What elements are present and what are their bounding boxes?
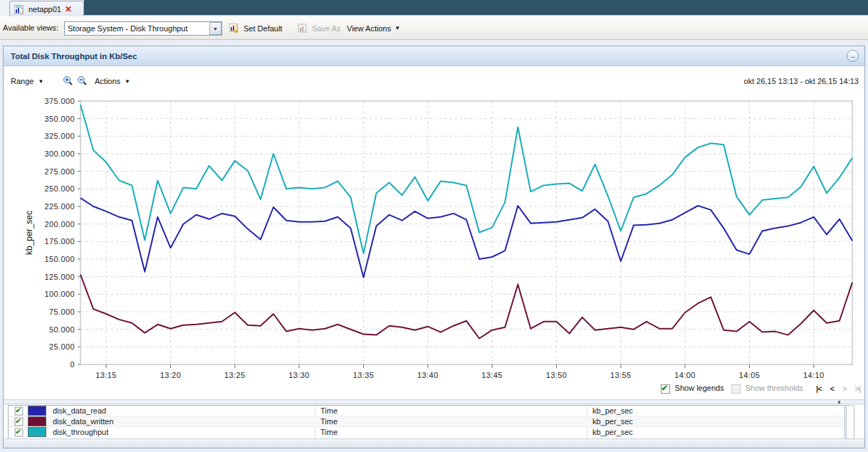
chart-tab-icon [14, 4, 25, 14]
series-x-axis: Time [320, 417, 338, 426]
svg-text:13:15: 13:15 [95, 371, 117, 379]
series-x-axis: Time [320, 406, 338, 415]
view-select-dropdown-button[interactable]: ▼ [209, 22, 221, 35]
svg-text:375.000: 375.000 [44, 97, 75, 105]
next-page-icon[interactable]: > [842, 384, 846, 393]
set-default-label: Set Default [244, 24, 282, 33]
svg-text:kb_per_sec: kb_per_sec [24, 211, 34, 255]
pagination-controls: |< < > >| [816, 384, 860, 393]
svg-text:300.000: 300.000 [44, 149, 75, 158]
svg-text:0: 0 [70, 360, 75, 369]
legend-row-disk-data-read[interactable]: disk_data_read Time kb_per_sec [9, 406, 845, 416]
show-thresholds-label: Show thresholds [746, 384, 803, 392]
series-color-swatch [28, 406, 46, 416]
series-visibility-checkbox[interactable] [15, 429, 23, 437]
zoom-in-icon [62, 75, 73, 87]
view-actions-label: View Actions [347, 24, 391, 33]
series-visibility-checkbox[interactable] [15, 418, 23, 426]
series-color-swatch [28, 416, 46, 426]
legend-table: disk_data_read Time kb_per_sec disk_data… [8, 405, 845, 439]
panel-footer [4, 438, 864, 448]
tab-close-icon[interactable]: ✕ [65, 5, 72, 14]
zoom-out-button[interactable] [76, 72, 88, 90]
time-range-label: okt 26,15 13:13 - okt 26,15 14:13 [744, 72, 859, 90]
legend-controls: Show legends Show thresholds |< < > >| [661, 381, 860, 396]
svg-text:13:30: 13:30 [288, 371, 310, 379]
throughput-panel: Total Disk Throughput in Kb/Sec → Range … [3, 46, 865, 448]
series-y-axis: kb_per_sec [592, 428, 633, 436]
svg-text:325.000: 325.000 [44, 132, 75, 140]
show-legends-checkbox[interactable] [661, 384, 670, 394]
svg-text:175.000: 175.000 [44, 237, 75, 246]
tab-bar: netapp01 ✕ [0, 0, 868, 16]
available-views-label: Available views: [3, 16, 58, 40]
chart-legend-splitter[interactable] [4, 399, 864, 404]
svg-text:100.000: 100.000 [44, 290, 75, 298]
svg-text:13:50: 13:50 [546, 371, 568, 379]
svg-text:50.000: 50.000 [49, 325, 75, 334]
save-as-label: Save As [312, 24, 340, 33]
series-y-axis: kb_per_sec [592, 406, 633, 415]
svg-text:275.000: 275.000 [44, 167, 75, 176]
series-y-axis: kb_per_sec [592, 417, 633, 426]
svg-text:200.000: 200.000 [44, 220, 75, 228]
series-color-swatch [28, 427, 46, 437]
svg-text:13:40: 13:40 [417, 371, 439, 379]
panel-link-arrow-icon[interactable]: → [847, 50, 859, 62]
legend-table-scrollbar[interactable] [846, 405, 854, 439]
svg-text:13:45: 13:45 [481, 371, 503, 379]
series-name: disk_throughput [53, 428, 108, 436]
save-as-button[interactable]: α Save As [298, 16, 340, 40]
legend-row-disk-data-written[interactable]: disk_data_written Time kb_per_sec [9, 416, 845, 427]
first-page-icon[interactable]: |< [816, 384, 822, 393]
zoom-in-button[interactable] [62, 72, 73, 90]
svg-text:250.000: 250.000 [44, 184, 75, 193]
splitter-handle[interactable] [838, 401, 840, 404]
series-visibility-checkbox[interactable] [15, 407, 23, 416]
tab-label: netapp01 [28, 5, 61, 14]
svg-text:14:05: 14:05 [739, 371, 760, 379]
set-default-icon: ★ [229, 23, 240, 33]
panel-header: Total Disk Throughput in Kb/Sec → [4, 46, 864, 66]
view-actions-button[interactable]: View Actions ▼ [347, 16, 400, 40]
actions-dropdown[interactable]: Actions ▼ [95, 72, 130, 90]
series-name: disk_data_read [53, 406, 106, 415]
svg-text:13:35: 13:35 [353, 371, 375, 379]
svg-text:350.000: 350.000 [44, 115, 75, 123]
svg-text:13:25: 13:25 [224, 371, 246, 379]
svg-text:α: α [303, 28, 306, 33]
show-thresholds-checkbox[interactable] [731, 384, 741, 394]
svg-text:25.000: 25.000 [49, 342, 75, 351]
svg-text:13:55: 13:55 [610, 371, 632, 379]
application-window: netapp01 ✕ Available views: Storage Syst… [0, 0, 868, 452]
svg-text:14:10: 14:10 [803, 371, 825, 379]
tab-netapp01[interactable]: netapp01 ✕ [9, 1, 84, 16]
tab-bar-background [84, 0, 868, 16]
panel-title: Total Disk Throughput in Kb/Sec [11, 46, 137, 66]
show-legends-label: Show legends [675, 384, 724, 392]
range-label: Range [11, 77, 33, 85]
save-as-icon: α [298, 23, 308, 33]
svg-text:75.000: 75.000 [49, 308, 75, 316]
svg-text:13:20: 13:20 [160, 371, 182, 379]
svg-text:225.000: 225.000 [44, 202, 75, 211]
zoom-out-icon [76, 75, 88, 87]
range-dropdown[interactable]: Range ▼ [11, 72, 43, 90]
svg-text:★: ★ [234, 28, 239, 33]
main-toolbar: Available views: Storage System - Disk T… [0, 16, 868, 40]
series-x-axis: Time [320, 428, 338, 436]
actions-label: Actions [95, 77, 120, 85]
series-name: disk_data_written [53, 417, 114, 426]
chevron-down-icon: ▼ [213, 26, 218, 31]
set-default-button[interactable]: ★ Set Default [229, 16, 282, 40]
chevron-down-icon: ▼ [125, 78, 130, 85]
legend-row-disk-throughput[interactable]: disk_throughput Time kb_per_sec [9, 427, 845, 438]
svg-text:14:00: 14:00 [674, 371, 696, 379]
chevron-down-icon: ▼ [38, 78, 43, 85]
previous-page-icon[interactable]: < [830, 384, 834, 393]
view-select[interactable]: Storage System - Disk Throughput ▼ [64, 21, 222, 36]
last-page-icon[interactable]: >| [854, 384, 860, 393]
svg-text:125.000: 125.000 [44, 273, 75, 281]
chart-toolbar: Range ▼ Actions ▼ okt 26,15 13:13 - okt … [4, 72, 864, 90]
throughput-line-chart: 025.00050.00075.000100.000125.000150.000… [4, 92, 863, 379]
